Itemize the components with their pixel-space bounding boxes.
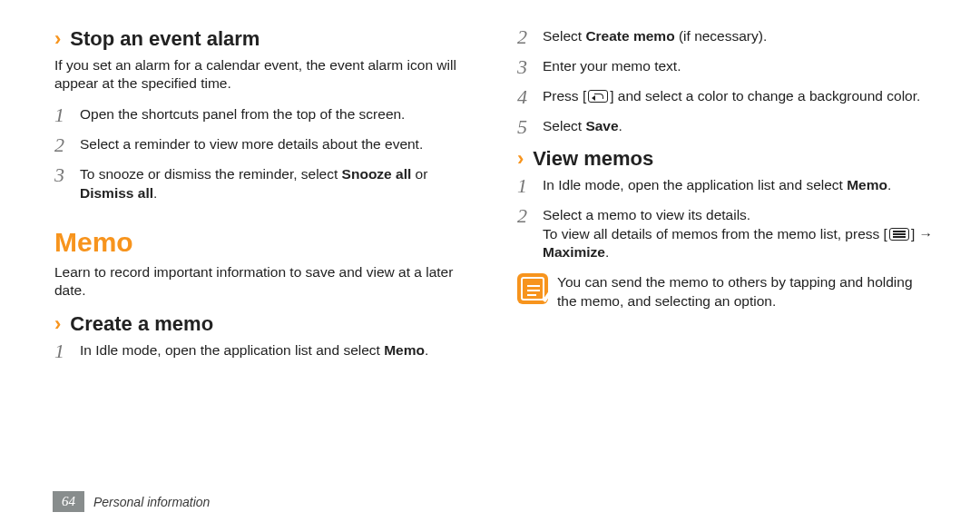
manual-page: › Stop an event alarm If you set an alar… — [0, 0, 980, 532]
chevron-icon: › — [54, 27, 61, 51]
page-number: 64 — [53, 491, 84, 512]
section-memo-title: Memo — [54, 227, 472, 258]
note: You can send the memo to others by tappi… — [517, 273, 935, 311]
step-item: To snooze or dismiss the reminder, selec… — [54, 165, 472, 203]
right-column: Select Create memo (if necessary).Enter … — [517, 27, 935, 532]
heading-text: Stop an event alarm — [70, 27, 260, 51]
heading-text: Create a memo — [70, 312, 213, 336]
heading-stop-alarm: › Stop an event alarm — [54, 27, 472, 51]
step-item: Select Save. — [517, 117, 935, 136]
back-key-icon — [588, 90, 608, 103]
step-item: Select a reminder to view more details a… — [54, 135, 472, 154]
left-column: › Stop an event alarm If you set an alar… — [54, 27, 472, 532]
chevron-icon: › — [517, 147, 524, 171]
steps-view-memos: In Idle mode, open the application list … — [517, 176, 935, 263]
menu-key-icon — [889, 228, 909, 241]
chapter-name: Personal information — [93, 495, 210, 509]
intro-stop-alarm: If you set an alarm for a calendar event… — [54, 56, 472, 93]
chevron-icon: › — [54, 312, 61, 336]
heading-text: View memos — [533, 147, 653, 171]
step-item: Press [] and select a color to change a … — [517, 87, 935, 106]
step-item: Open the shortcuts panel from the top of… — [54, 105, 472, 124]
steps-create-memo: In Idle mode, open the application list … — [54, 341, 472, 360]
heading-create-memo: › Create a memo — [54, 312, 472, 336]
note-icon — [517, 273, 548, 304]
step-item: Enter your memo text. — [517, 57, 935, 76]
steps-create-memo-continued: Select Create memo (if necessary).Enter … — [517, 27, 935, 136]
step-item: In Idle mode, open the application list … — [517, 176, 935, 195]
step-item: Select Create memo (if necessary). — [517, 27, 935, 46]
step-item: Select a memo to view its details.To vie… — [517, 206, 935, 263]
note-text: You can send the memo to others by tappi… — [557, 273, 935, 311]
intro-memo: Learn to record important information to… — [54, 263, 472, 300]
page-footer: 64 Personal information — [53, 491, 210, 512]
steps-stop-alarm: Open the shortcuts panel from the top of… — [54, 105, 472, 203]
heading-view-memos: › View memos — [517, 147, 935, 171]
step-item: In Idle mode, open the application list … — [54, 341, 472, 360]
